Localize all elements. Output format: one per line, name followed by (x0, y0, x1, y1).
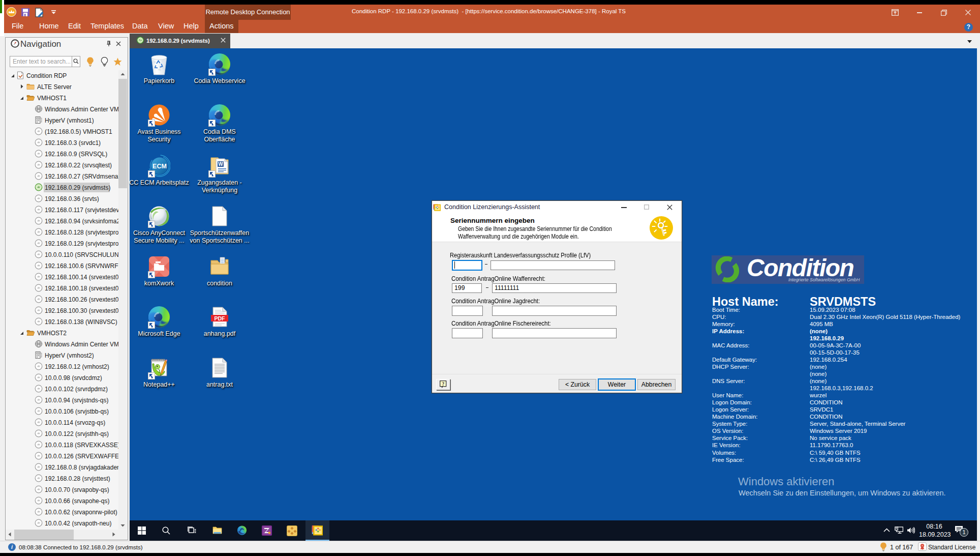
svg-text:W: W (218, 161, 223, 167)
svg-text:PDF: PDF (215, 315, 226, 321)
svg-text:ECM: ECM (152, 163, 167, 170)
svg-text:?: ? (442, 382, 444, 387)
